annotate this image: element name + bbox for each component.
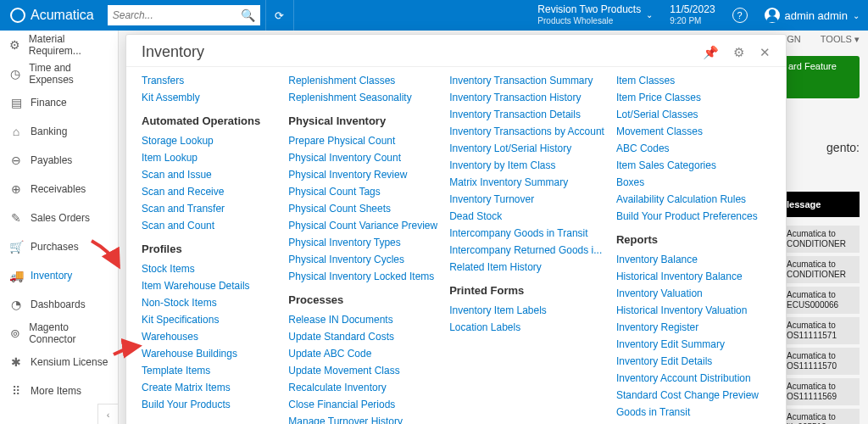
menu-link[interactable]: Inventory Turnover — [449, 191, 604, 208]
menu-link[interactable]: ABC Codes — [616, 140, 759, 157]
menu-link[interactable]: Update Standard Costs — [288, 328, 437, 345]
sidebar-item-kensium-license[interactable]: ✱Kensium License — [0, 348, 118, 377]
menu-link[interactable]: Inventory Account Distribution — [616, 370, 759, 387]
menu-link[interactable]: Physical Count Tags — [288, 183, 437, 200]
menu-link[interactable]: Scan and Issue — [142, 166, 276, 183]
sidebar-item-receivables[interactable]: ⊕Receivables — [0, 175, 118, 204]
sidebar-item-sales-orders[interactable]: ✎Sales Orders — [0, 204, 118, 232]
sidebar-item-time-and-expenses[interactable]: ◷Time and Expenses — [0, 59, 118, 88]
sidebar-item-material-requirem[interactable]: ⚙Material Requirem... — [0, 31, 118, 59]
menu-link[interactable]: Intercompany Returned Goods i... — [449, 242, 604, 259]
menu-link[interactable]: Stock Items — [142, 260, 276, 277]
collapse-sidebar-button[interactable]: ‹ — [97, 404, 118, 424]
menu-link[interactable]: Scan and Transfer — [142, 200, 276, 217]
menu-link[interactable]: Related Item History — [449, 259, 604, 276]
user-menu[interactable]: admin admin ⌄ — [756, 8, 868, 23]
sidebar-item-more-items[interactable]: ⠿More Items — [0, 377, 118, 405]
menu-link[interactable]: Inventory Valuation — [616, 285, 759, 302]
menu-link[interactable]: Scan and Count — [142, 217, 276, 234]
menu-link[interactable]: Non-Stock Items — [142, 294, 276, 311]
menu-link[interactable]: Physical Inventory Types — [288, 234, 437, 251]
pin-icon[interactable]: 📌 — [703, 45, 719, 59]
menu-link[interactable]: Historical Inventory Balance — [616, 268, 759, 285]
menu-link[interactable]: Warehouses — [142, 328, 276, 345]
global-search[interactable]: 🔍 — [108, 5, 260, 25]
menu-link[interactable]: Update Movement Class — [288, 362, 437, 379]
menu-link[interactable]: Kit Specifications — [142, 311, 276, 328]
menu-link[interactable]: Physical Inventory Count — [288, 149, 437, 166]
menu-link[interactable]: Matrix Inventory Summary — [449, 174, 604, 191]
menu-link[interactable]: Goods in Transit — [616, 404, 759, 421]
refresh-button[interactable]: ⟳ — [265, 0, 294, 31]
message-row[interactable]: Acumatica toith 005512 — [783, 409, 860, 424]
menu-link[interactable]: Inventory Edit Details — [616, 353, 759, 370]
menu-link[interactable]: Build Your Products — [142, 396, 276, 413]
menu-link[interactable]: Intercompany Goods in Transit — [449, 225, 604, 242]
menu-link[interactable]: Dead Stock — [449, 208, 604, 225]
menu-link[interactable]: Availability Calculation Rules — [616, 191, 759, 208]
menu-link[interactable]: Location Labels — [449, 319, 604, 336]
menu-link[interactable]: Inventory Edit Summary — [616, 336, 759, 353]
menu-link[interactable]: Movement Classes — [616, 123, 759, 140]
menu-link[interactable]: Scan and Receive — [142, 183, 276, 200]
menu-link[interactable]: Create Matrix Items — [142, 379, 276, 396]
menu-link[interactable]: Inventory Transaction Summary — [449, 72, 604, 89]
menu-link[interactable]: Close Financial Periods — [288, 396, 437, 413]
message-row[interactable]: Acumatica toCONDITIONER — [783, 226, 860, 253]
menu-link[interactable]: Inventory by Item Class — [449, 157, 604, 174]
menu-link[interactable]: Inventory Transaction Details — [449, 106, 604, 123]
menu-link[interactable]: Lot/Serial Classes — [616, 106, 759, 123]
menu-link[interactable]: Physical Inventory Review — [288, 166, 437, 183]
menu-link[interactable]: Manage Turnover History — [288, 413, 437, 424]
sidebar-item-magento-connector[interactable]: ⊚Magento Connector — [0, 319, 118, 348]
sidebar-item-finance[interactable]: ▤Finance — [0, 88, 118, 117]
business-date[interactable]: 11/5/2023 9:20 PM — [661, 3, 723, 27]
message-row[interactable]: Acumatica toOS11111571 — [783, 317, 860, 344]
dashboard-tile[interactable]: ard Feature — [783, 56, 860, 98]
menu-link[interactable]: Item Lookup — [142, 149, 276, 166]
menu-link[interactable]: Inventory Transaction History — [449, 89, 604, 106]
search-icon[interactable]: 🔍 — [241, 8, 255, 22]
menu-link[interactable]: Boxes — [616, 174, 759, 191]
menu-link[interactable]: Update ABC Code — [288, 345, 437, 362]
menu-link[interactable]: Inventory Item Labels — [449, 302, 604, 319]
menu-link[interactable]: Inventory Lot/Serial History — [449, 140, 604, 157]
menu-link[interactable]: Standard Cost Change Preview — [616, 387, 759, 404]
menu-link[interactable]: Physical Inventory Locked Items — [288, 268, 437, 285]
menu-link[interactable]: Release IN Documents — [288, 311, 437, 328]
menu-link[interactable]: Inventory Balance — [616, 251, 759, 268]
menu-link[interactable]: Inventory Transactions by Account — [449, 123, 604, 140]
menu-link[interactable]: Item Classes — [616, 72, 759, 89]
message-row[interactable]: Acumatica toCONDITIONER — [783, 256, 860, 283]
sidebar-item-payables[interactable]: ⊖Payables — [0, 146, 118, 175]
menu-link[interactable]: Replenishment Seasonality — [288, 89, 437, 106]
menu-link[interactable]: Physical Count Variance Preview — [288, 217, 437, 234]
menu-link[interactable]: Prepare Physical Count — [288, 132, 437, 149]
menu-link[interactable]: Item Warehouse Details — [142, 277, 276, 294]
tenant-switcher[interactable]: Revision Two Products Products Wholesale… — [529, 3, 661, 27]
sidebar-item-dashboards[interactable]: ◔Dashboards — [0, 290, 118, 319]
menu-link[interactable]: Transfers — [142, 72, 276, 89]
menu-link[interactable]: Template Items — [142, 362, 276, 379]
menu-link[interactable]: Inventory Register — [616, 319, 759, 336]
menu-link[interactable]: Kit Assembly — [142, 89, 276, 106]
menu-link[interactable]: Storage Lookup — [142, 132, 276, 149]
menu-link[interactable]: Physical Inventory Cycles — [288, 251, 437, 268]
menu-link[interactable]: Item Price Classes — [616, 89, 759, 106]
close-icon[interactable]: ✕ — [760, 45, 771, 59]
search-input[interactable] — [113, 9, 241, 21]
message-row[interactable]: Acumatica toOS11111569 — [783, 378, 860, 405]
menu-link[interactable]: Warehouse Buildings — [142, 345, 276, 362]
menu-link[interactable]: Physical Count Sheets — [288, 200, 437, 217]
gear-icon[interactable]: ⚙ — [733, 45, 744, 59]
menu-link[interactable]: Historical Inventory Valuation — [616, 302, 759, 319]
tools-link[interactable]: TOOLS ▾ — [812, 34, 860, 44]
menu-link[interactable]: Recalculate Inventory — [288, 379, 437, 396]
message-row[interactable]: Acumatica toOS11111570 — [783, 348, 860, 375]
sidebar-item-banking[interactable]: ⌂Banking — [0, 117, 118, 146]
help-button[interactable]: ? — [724, 8, 756, 23]
menu-link[interactable]: Lot/Serial Numbers — [616, 421, 759, 424]
menu-link[interactable]: Build Your Product Preferences — [616, 208, 759, 225]
menu-link[interactable]: Replenishment Classes — [288, 72, 437, 89]
menu-link[interactable]: Item Sales Categories — [616, 157, 759, 174]
